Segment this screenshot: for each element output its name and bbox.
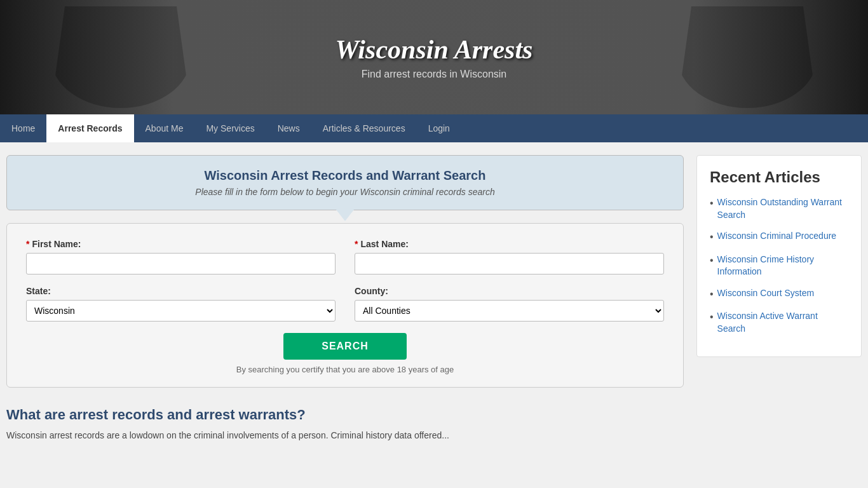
list-item: • Wisconsin Outstanding Warrant Search xyxy=(710,196,848,221)
sidebar-link-3[interactable]: Wisconsin Crime History Information xyxy=(717,254,848,278)
nav-arrest-records[interactable]: Arrest Records xyxy=(46,114,133,142)
first-name-label: *First Name: xyxy=(26,239,336,249)
first-name-input[interactable] xyxy=(26,253,336,274)
bullet-icon-5: • xyxy=(710,310,714,324)
sidebar-title: Recent Articles xyxy=(710,168,848,186)
sidebar-link-2[interactable]: Wisconsin Criminal Procedure xyxy=(717,230,837,243)
sidebar-card: Recent Articles • Wisconsin Outstanding … xyxy=(696,155,862,357)
content-area: Wisconsin Arrest Records and Warrant Sea… xyxy=(6,155,684,442)
list-item: • Wisconsin Court System xyxy=(710,287,848,301)
search-disclaimer: By searching you certify that you are ab… xyxy=(26,365,664,374)
bottom-heading: What are arrest records and arrest warra… xyxy=(6,407,684,423)
nav-login[interactable]: Login xyxy=(417,114,461,142)
county-label: County: xyxy=(355,286,664,296)
required-star-first: * xyxy=(26,239,29,249)
search-header-card: Wisconsin Arrest Records and Warrant Sea… xyxy=(6,155,684,210)
last-name-label: *Last Name: xyxy=(355,239,664,249)
list-item: • Wisconsin Criminal Procedure xyxy=(710,230,848,244)
sidebar-link-5[interactable]: Wisconsin Active Warrant Search xyxy=(717,310,848,335)
nav-news[interactable]: News xyxy=(266,114,311,142)
county-select[interactable]: All Counties Adams County Ashland County… xyxy=(355,300,664,322)
main-container: Wisconsin Arrest Records and Warrant Sea… xyxy=(0,142,868,455)
bullet-icon-1: • xyxy=(710,196,714,210)
sidebar: Recent Articles • Wisconsin Outstanding … xyxy=(696,155,862,442)
sidebar-link-4[interactable]: Wisconsin Court System xyxy=(717,287,814,300)
list-item: • Wisconsin Crime History Information xyxy=(710,254,848,278)
nav-articles[interactable]: Articles & Resources xyxy=(311,114,417,142)
search-form-card: *First Name: *Last Name: State: Wisconsi… xyxy=(6,223,684,388)
sidebar-article-list: • Wisconsin Outstanding Warrant Search •… xyxy=(710,196,848,335)
search-card-subtitle: Please fill in the form below to begin y… xyxy=(26,187,664,197)
name-row: *First Name: *Last Name: xyxy=(26,239,664,274)
county-group: County: All Counties Adams County Ashlan… xyxy=(355,286,664,322)
search-button[interactable]: SEARCH xyxy=(283,333,407,360)
site-title: Wisconsin Arrests xyxy=(336,34,533,65)
bottom-text: Wisconsin arrest records are a lowdown o… xyxy=(6,428,684,442)
bottom-section: What are arrest records and arrest warra… xyxy=(6,407,684,442)
state-select[interactable]: Wisconsin xyxy=(26,300,336,322)
main-nav: Home Arrest Records About Me My Services… xyxy=(0,114,868,142)
bullet-icon-4: • xyxy=(710,287,714,301)
state-group: State: Wisconsin xyxy=(26,286,336,322)
nav-services[interactable]: My Services xyxy=(194,114,266,142)
list-item: • Wisconsin Active Warrant Search xyxy=(710,310,848,335)
last-name-group: *Last Name: xyxy=(355,239,664,274)
nav-home[interactable]: Home xyxy=(0,114,46,142)
last-name-input[interactable] xyxy=(355,253,664,274)
nav-about-me[interactable]: About Me xyxy=(134,114,195,142)
bullet-icon-3: • xyxy=(710,254,714,268)
page-header: Wisconsin Arrests Find arrest records in… xyxy=(0,0,868,114)
state-label: State: xyxy=(26,286,336,296)
search-card-title: Wisconsin Arrest Records and Warrant Sea… xyxy=(26,168,664,183)
required-star-last: * xyxy=(355,239,358,249)
bullet-icon-2: • xyxy=(710,230,714,244)
location-row: State: Wisconsin County: All Counties Ad… xyxy=(26,286,664,322)
site-subtitle: Find arrest records in Wisconsin xyxy=(362,69,507,80)
first-name-group: *First Name: xyxy=(26,239,336,274)
sidebar-link-1[interactable]: Wisconsin Outstanding Warrant Search xyxy=(717,196,848,221)
